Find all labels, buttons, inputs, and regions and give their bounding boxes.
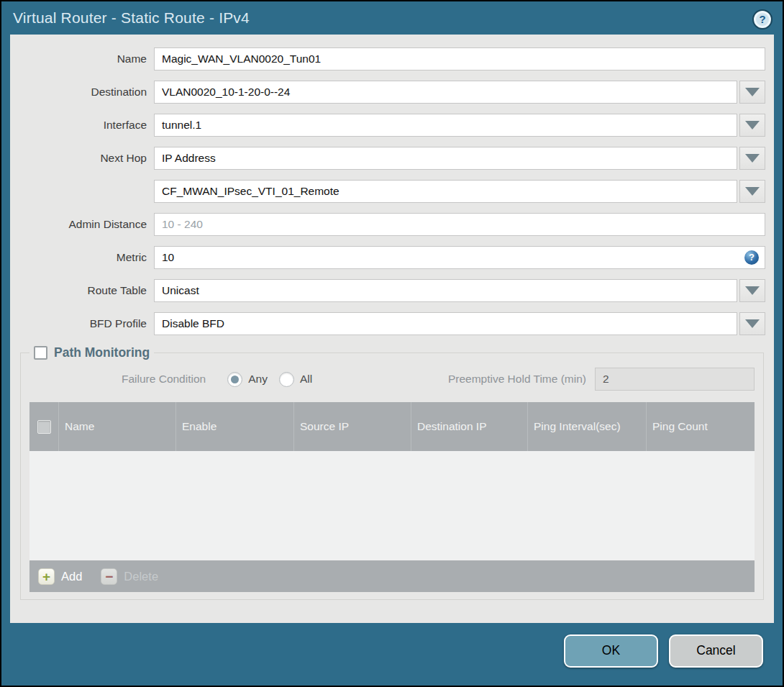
- delete-button[interactable]: − Delete: [101, 568, 158, 585]
- next-hop-fieldwrap: [154, 147, 765, 170]
- bfd-profile-label: BFD Profile: [10, 317, 154, 330]
- destination-row: Destination: [10, 81, 765, 104]
- destination-fieldwrap: [154, 81, 765, 104]
- next-hop-address-row: [10, 180, 765, 203]
- dialog-footer: OK Cancel: [1, 623, 783, 686]
- next-hop-select[interactable]: [154, 147, 737, 170]
- column-header-name[interactable]: Name: [58, 402, 176, 451]
- path-monitoring-title: Path Monitoring: [54, 345, 150, 360]
- chevron-down-icon: [745, 154, 760, 163]
- route-table-label: Route Table: [10, 284, 154, 297]
- column-header-destination-ip[interactable]: Destination IP: [411, 402, 527, 451]
- failure-condition-any-radio[interactable]: [227, 372, 242, 387]
- column-header-ping-count[interactable]: Ping Count: [646, 402, 755, 451]
- route-table-row: Route Table: [10, 279, 765, 302]
- static-route-dialog: Virtual Router - Static Route - IPv4 ? N…: [1, 1, 783, 686]
- failure-condition-any-label: Any: [248, 373, 268, 386]
- name-row: Name: [10, 47, 765, 70]
- column-header-source-ip[interactable]: Source IP: [293, 402, 411, 451]
- next-hop-label: Next Hop: [10, 152, 154, 165]
- dialog-titlebar: Virtual Router - Static Route - IPv4 ?: [1, 1, 783, 35]
- next-hop-address-dropdown-button[interactable]: [739, 180, 765, 203]
- failure-condition-all-radio[interactable]: [279, 372, 294, 387]
- next-hop-address-fieldwrap: [154, 180, 765, 203]
- table-toolbar: + Add − Delete: [29, 560, 755, 592]
- dialog-body: Name Destination Interface: [10, 35, 774, 623]
- minus-icon: −: [101, 568, 117, 585]
- admin-distance-input[interactable]: [154, 213, 765, 236]
- path-monitoring-section: Path Monitoring Failure Condition Any Al…: [20, 345, 764, 600]
- preemptive-hold-time-label: Preemptive Hold Time (min): [448, 373, 586, 386]
- delete-button-label: Delete: [124, 570, 158, 583]
- chevron-down-icon: [745, 121, 760, 129]
- admin-distance-row: Admin Distance: [10, 213, 765, 236]
- bfd-profile-dropdown-button[interactable]: [739, 312, 765, 335]
- admin-distance-label: Admin Distance: [10, 218, 154, 231]
- path-monitoring-options-row: Failure Condition Any All Preemptive Hol…: [29, 368, 755, 391]
- destination-dropdown-button[interactable]: [739, 81, 765, 104]
- destination-label: Destination: [10, 86, 154, 99]
- interface-input[interactable]: [154, 114, 737, 137]
- table-body-empty: [29, 451, 755, 560]
- column-header-enable[interactable]: Enable: [176, 402, 293, 451]
- name-fieldwrap: [154, 47, 765, 70]
- route-table-select[interactable]: [154, 279, 737, 302]
- interface-dropdown-button[interactable]: [739, 114, 765, 137]
- next-hop-dropdown-button[interactable]: [739, 147, 765, 170]
- failure-condition-label: Failure Condition: [122, 373, 206, 386]
- name-label: Name: [10, 53, 154, 65]
- cancel-button[interactable]: Cancel: [669, 634, 763, 668]
- help-icon[interactable]: ?: [754, 11, 771, 28]
- select-all-checkbox[interactable]: [37, 420, 51, 434]
- route-table-fieldwrap: [154, 279, 765, 302]
- plus-icon: +: [38, 568, 55, 585]
- path-monitoring-table: Name Enable Source IP Destination IP Pin…: [29, 402, 755, 592]
- bfd-profile-fieldwrap: [154, 312, 765, 335]
- metric-row: Metric ?: [10, 246, 765, 269]
- bfd-profile-select[interactable]: [154, 312, 737, 335]
- bfd-profile-row: BFD Profile: [10, 312, 765, 335]
- destination-input[interactable]: [154, 81, 737, 104]
- metric-label: Metric: [10, 251, 154, 264]
- next-hop-row: Next Hop: [10, 147, 765, 170]
- add-button[interactable]: + Add: [38, 568, 82, 585]
- route-table-dropdown-button[interactable]: [739, 279, 765, 302]
- metric-fieldwrap: ?: [154, 246, 765, 269]
- interface-row: Interface: [10, 114, 765, 137]
- admin-distance-fieldwrap: [154, 213, 765, 236]
- column-header-ping-interval[interactable]: Ping Interval(sec): [527, 402, 646, 451]
- chevron-down-icon: [745, 319, 760, 328]
- add-button-label: Add: [61, 570, 82, 583]
- interface-fieldwrap: [154, 114, 765, 137]
- screenshot-frame: Virtual Router - Static Route - IPv4 ? N…: [0, 0, 784, 687]
- chevron-down-icon: [745, 286, 760, 295]
- metric-input[interactable]: [154, 246, 765, 269]
- chevron-down-icon: [745, 187, 760, 196]
- chevron-down-icon: [745, 88, 760, 96]
- select-all-cell: [29, 402, 58, 451]
- ok-button[interactable]: OK: [564, 634, 658, 668]
- dialog-title: Virtual Router - Static Route - IPv4: [13, 9, 250, 27]
- metric-help-icon: ?: [744, 250, 759, 265]
- next-hop-address-input[interactable]: [154, 180, 737, 203]
- path-monitoring-legend: Path Monitoring: [29, 345, 154, 360]
- preemptive-hold-time-input[interactable]: [595, 368, 755, 391]
- name-input[interactable]: [154, 47, 765, 70]
- interface-label: Interface: [10, 119, 154, 132]
- failure-condition-all-label: All: [300, 373, 312, 386]
- path-monitoring-checkbox[interactable]: [34, 346, 47, 360]
- table-header-row: Name Enable Source IP Destination IP Pin…: [29, 402, 755, 451]
